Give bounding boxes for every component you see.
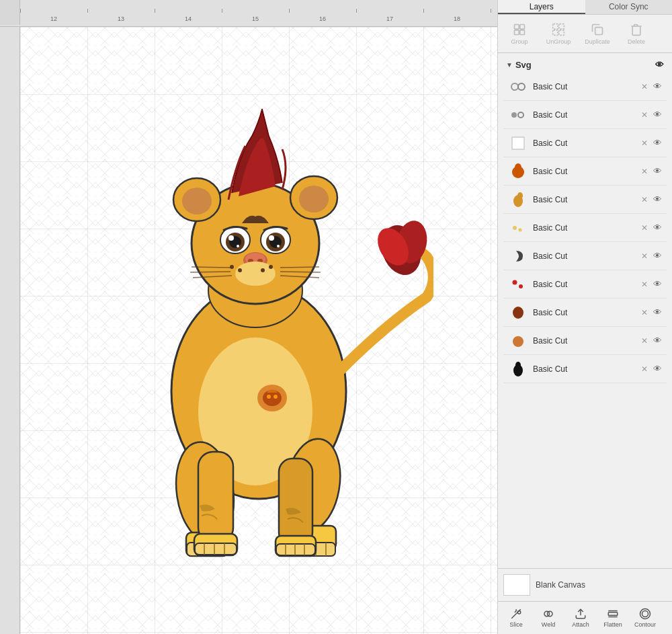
ruler-mark: 19 [491, 15, 497, 22]
layer-visibility-icon[interactable]: 👁 [651, 108, 664, 121]
layer-thumbnail [509, 275, 528, 294]
weld-icon [542, 608, 554, 620]
svg-line-61 [280, 272, 321, 272]
layer-visibility-icon[interactable]: 👁 [651, 221, 664, 234]
layer-thumbnail [509, 331, 528, 350]
svg-point-77 [518, 83, 525, 90]
canvas-grid[interactable] [20, 27, 497, 634]
tree-root-header[interactable]: ▼ Svg 👁 [503, 57, 667, 73]
svg-rect-73 [553, 30, 558, 35]
panel-toolbar: Group UnGroup Duplicate Delete [498, 15, 672, 53]
layer-visibility-icon[interactable]: 👁 [651, 334, 664, 347]
layer-visibility-icon[interactable]: 👁 [651, 306, 664, 319]
layer-actions: ✕👁 [639, 136, 664, 149]
layer-visibility-icon[interactable]: 👁 [651, 193, 664, 206]
layer-thumbnail [509, 360, 528, 379]
layer-delete-icon[interactable]: ✕ [639, 250, 650, 262]
layer-item[interactable]: Basic Cut✕👁 [503, 299, 667, 327]
svg-line-60 [280, 267, 319, 268]
layer-visibility-icon[interactable]: 👁 [651, 80, 664, 93]
layer-item[interactable]: Basic Cut✕👁 [503, 242, 667, 270]
svg-point-86 [519, 228, 522, 231]
layer-actions: ✕👁 [639, 306, 664, 319]
layer-visibility-icon[interactable]: 👁 [651, 362, 664, 375]
duplicate-button[interactable]: Duplicate [579, 19, 616, 48]
lion-image [84, 69, 433, 593]
svg-point-52 [235, 262, 276, 286]
svg-point-47 [277, 245, 280, 247]
layer-delete-icon[interactable]: ✕ [639, 307, 650, 319]
layer-delete-icon[interactable]: ✕ [639, 165, 650, 177]
ungroup-button[interactable]: UnGroup [540, 19, 577, 48]
layer-delete-icon[interactable]: ✕ [639, 222, 650, 234]
layer-name-text: Basic Cut [530, 82, 636, 91]
layer-item[interactable]: Basic Cut✕👁 [503, 186, 667, 214]
layer-item[interactable]: Basic Cut✕👁 [503, 327, 667, 355]
ruler-mark: 17 [356, 15, 423, 22]
layer-thumbnail [509, 219, 528, 237]
svg-point-78 [511, 112, 517, 118]
layer-visibility-icon[interactable]: 👁 [651, 136, 664, 149]
delete-button[interactable]: Delete [618, 19, 655, 48]
svg-point-53 [230, 265, 234, 269]
layer-delete-icon[interactable]: ✕ [639, 278, 650, 290]
layer-delete-icon[interactable]: ✕ [639, 335, 650, 347]
contour-icon [639, 608, 651, 620]
slice-button[interactable]: Slice [501, 604, 532, 631]
layer-item[interactable]: Basic Cut✕👁 [503, 214, 667, 242]
svg-line-57 [192, 267, 230, 268]
layer-name-text: Basic Cut [530, 280, 636, 289]
svg-point-88 [519, 284, 523, 288]
layer-name-text: Basic Cut [530, 336, 636, 346]
layer-visibility-icon[interactable]: 👁 [651, 165, 664, 177]
layer-tree[interactable]: ▼ Svg 👁 Basic Cut✕👁Basic Cut✕👁Basic Cut✕… [498, 53, 672, 568]
layer-delete-icon[interactable]: ✕ [639, 137, 650, 149]
ruler-mark: 16 [289, 15, 356, 22]
layer-delete-icon[interactable]: ✕ [639, 194, 650, 206]
layer-name-text: Basic Cut [530, 223, 636, 233]
ruler-mark: 14 [155, 15, 222, 22]
group-button[interactable]: Group [501, 19, 538, 48]
layer-item[interactable]: Basic Cut✕👁 [503, 73, 667, 101]
layer-visibility-icon[interactable]: 👁 [651, 278, 664, 290]
ruler-mark: 15 [222, 15, 289, 22]
layer-visibility-icon[interactable]: 👁 [651, 249, 664, 262]
layer-delete-icon[interactable]: ✕ [639, 363, 650, 375]
layer-item[interactable]: Basic Cut✕👁 [503, 355, 667, 383]
layer-delete-icon[interactable]: ✕ [639, 109, 650, 121]
layer-name-text: Basic Cut [530, 195, 636, 204]
attach-icon [575, 608, 587, 620]
group-icon [513, 23, 526, 36]
flatten-icon [607, 608, 619, 620]
layer-actions: ✕👁 [639, 221, 664, 234]
layer-name-text: Basic Cut [530, 308, 636, 317]
svg-rect-67 [515, 24, 519, 29]
flatten-button[interactable]: Flatten [597, 604, 628, 631]
svg-rect-74 [559, 30, 564, 35]
attach-button[interactable]: Attach [565, 604, 596, 631]
layer-item[interactable]: Basic Cut✕👁 [503, 157, 667, 186]
ruler-mark: 18 [423, 15, 491, 22]
svg-rect-71 [553, 24, 558, 29]
contour-button[interactable]: Contour [630, 604, 661, 631]
weld-button[interactable]: Weld [533, 604, 564, 631]
tab-layers[interactable]: Layers [498, 0, 585, 14]
svg-rect-72 [559, 24, 564, 29]
root-eye-icon[interactable]: 👁 [655, 60, 664, 70]
layer-item[interactable]: Basic Cut✕👁 [503, 129, 667, 157]
ruler-marks: 12 13 14 15 16 17 18 19 20 21 [20, 0, 497, 25]
svg-point-84 [517, 192, 523, 199]
svg-rect-70 [520, 30, 525, 34]
canvas-name-label: Blank Canvas [536, 580, 585, 590]
svg-point-65 [267, 395, 271, 399]
svg-point-66 [274, 395, 278, 399]
svg-point-41 [228, 235, 234, 241]
layer-delete-icon[interactable]: ✕ [639, 81, 650, 93]
bottom-canvas-section: Blank Canvas [498, 568, 672, 601]
layer-name-text: Basic Cut [530, 167, 636, 176]
svg-rect-23 [198, 452, 233, 543]
layer-item[interactable]: Basic Cut✕👁 [503, 101, 667, 129]
tab-color-sync[interactable]: Color Sync [585, 0, 673, 14]
svg-line-58 [190, 272, 230, 272]
layer-item[interactable]: Basic Cut✕👁 [503, 270, 667, 299]
